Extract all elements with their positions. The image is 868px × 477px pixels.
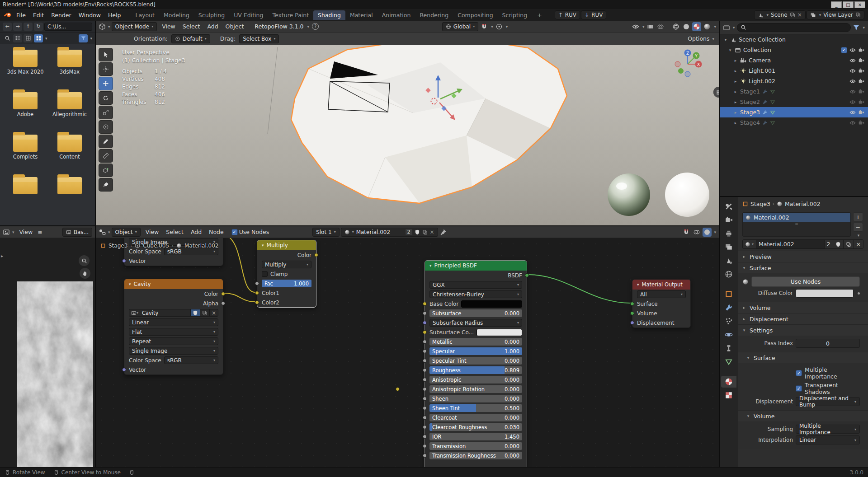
value-slider[interactable]: Sheen Tint0.500: [429, 404, 522, 412]
scale-tool-button[interactable]: [99, 106, 113, 119]
properties-tab-modifiers[interactable]: [721, 302, 736, 313]
source-dropdown[interactable]: Single Image▾: [129, 347, 218, 355]
input-socket[interactable]: [423, 435, 427, 439]
value-slider[interactable]: Specular Tint0.000: [429, 357, 522, 365]
tab-compositing[interactable]: Compositing: [453, 10, 497, 20]
shader-menu-select[interactable]: Select: [162, 228, 187, 236]
proportional-edit-toggle[interactable]: [495, 22, 504, 31]
render-visibility-icon[interactable]: [858, 47, 864, 53]
editor-type-icon[interactable]: [3, 229, 10, 236]
principled-anisotropic-rotation[interactable]: Anisotropic Rotation0.000: [425, 384, 527, 394]
value-slider[interactable]: Roughness0.809: [429, 366, 522, 374]
properties-tab-physics[interactable]: [721, 329, 736, 341]
input-socket[interactable]: [423, 425, 427, 429]
viewport-menu-object[interactable]: Object: [222, 22, 248, 31]
pass-index-field[interactable]: 0: [796, 339, 860, 348]
projection-dropdown[interactable]: Flat▾: [129, 328, 218, 336]
render-visibility-icon[interactable]: [858, 89, 864, 95]
preview-shading-toggle[interactable]: [703, 228, 712, 237]
render-visibility-icon[interactable]: [858, 99, 864, 105]
forward-button[interactable]: →: [13, 23, 22, 31]
search-icon[interactable]: [3, 34, 12, 42]
input-socket[interactable]: [423, 302, 427, 306]
editor-type-icon[interactable]: [99, 23, 106, 30]
maximize-button[interactable]: □: [843, 1, 854, 8]
outliner-item-stage1[interactable]: ▸Stage1: [720, 86, 868, 97]
properties-tab-world[interactable]: [721, 268, 736, 280]
hide-icon[interactable]: [849, 57, 856, 64]
mode-selector[interactable]: Object Mode▾: [112, 22, 157, 31]
principled-clearcoat[interactable]: Clearcoat0.000: [425, 413, 527, 422]
overlays-toggle[interactable]: [656, 22, 665, 31]
properties-tab-object[interactable]: [721, 288, 736, 300]
vector-socket[interactable]: [122, 368, 126, 372]
hide-icon[interactable]: [849, 99, 856, 105]
principled-ior[interactable]: IOR1.450: [425, 432, 527, 441]
panel-volume-settings[interactable]: ▾Volume: [738, 410, 868, 421]
input-socket[interactable]: [423, 340, 427, 344]
diffuse-color-swatch[interactable]: [796, 289, 854, 298]
value-slider[interactable]: IOR1.450: [429, 433, 522, 440]
node-multiply-mix[interactable]: ▾Multiply Color Multiply▾ Clamp Fac1.000…: [257, 240, 316, 308]
properties-tab-constraints[interactable]: [721, 342, 736, 354]
principled-anisotropic[interactable]: Anisotropic0.000: [425, 375, 527, 384]
bsdf-output-socket[interactable]: [525, 273, 529, 277]
render-visibility-icon[interactable]: [858, 57, 864, 64]
color-output-socket[interactable]: [221, 292, 225, 296]
orientation-selector[interactable]: Default▾: [171, 34, 210, 43]
input-socket[interactable]: [423, 368, 427, 372]
outliner-item-light-002[interactable]: ▸Light.002: [720, 76, 868, 86]
input-socket[interactable]: [423, 359, 427, 363]
displacement-socket[interactable]: [630, 321, 634, 325]
shading-material-button[interactable]: [692, 22, 701, 31]
folder-item-content[interactable]: Content: [49, 135, 90, 173]
sampling-dropdown[interactable]: Multiple Importance▾: [796, 425, 860, 434]
panel-surface[interactable]: ▾Surface: [738, 262, 868, 273]
filter-icon[interactable]: [853, 24, 860, 31]
properties-tab-particles[interactable]: [721, 315, 736, 327]
panel-surface-settings[interactable]: ▾Surface: [738, 352, 868, 363]
transform-orientation-selector[interactable]: Global▾: [442, 22, 478, 31]
hide-icon[interactable]: [849, 78, 856, 84]
material-slot-list[interactable]: Material.002 ≡: [742, 212, 851, 237]
add-workspace-button[interactable]: +: [533, 10, 546, 20]
fac-slider[interactable]: Fac1.000: [262, 280, 311, 287]
display-thumbnails-button[interactable]: [34, 34, 43, 42]
outliner-collection[interactable]: ▾Collection: [720, 45, 868, 55]
shader-menu-add[interactable]: Add: [187, 228, 205, 236]
principled-subsurface[interactable]: Subsurface0.000: [425, 309, 527, 318]
principled-metallic[interactable]: Metallic0.000: [425, 337, 527, 346]
principled-subsurface-co[interactable]: Subsurface Co...: [425, 327, 527, 337]
unlink-scene-icon[interactable]: ×: [797, 12, 802, 18]
value-slider[interactable]: Specular1.000: [429, 347, 522, 355]
principled-specular[interactable]: Specular1.000: [425, 346, 527, 356]
rotate-tool-button[interactable]: [99, 91, 113, 105]
properties-tab-view-layer[interactable]: [721, 241, 736, 253]
fake-user-icon[interactable]: [415, 229, 420, 235]
render-visibility-icon[interactable]: [858, 68, 864, 74]
principled-clearcoat-roughness[interactable]: Clearcoat Roughness0.030: [425, 422, 527, 432]
multiple-importance-checkbox[interactable]: [796, 370, 802, 376]
properties-tab-render[interactable]: [721, 214, 736, 226]
refresh-button[interactable]: ↻: [34, 23, 43, 31]
slot-specials-icon[interactable]: ▾: [858, 233, 860, 238]
properties-tab-scene[interactable]: [721, 255, 736, 267]
up-button[interactable]: ↑: [24, 23, 33, 31]
interpolation-dropdown[interactable]: Linear▾: [796, 435, 860, 444]
unlink-icon[interactable]: ×: [430, 229, 434, 235]
value-slider[interactable]: Transmission Roughness0.000: [429, 452, 522, 459]
principled-sheen-tint[interactable]: Sheen Tint0.500: [425, 403, 527, 413]
shader-menu-node[interactable]: Node: [205, 228, 227, 236]
render-visibility-icon[interactable]: [858, 109, 864, 116]
colorspace-dropdown[interactable]: sRGB▾: [164, 356, 218, 364]
folder-item-adobe[interactable]: Adobe: [5, 92, 46, 130]
users-count[interactable]: 2: [825, 240, 833, 248]
view-layer-selector[interactable]: ▾View Layer: [807, 10, 864, 19]
unlink-button[interactable]: ×: [209, 309, 218, 316]
use-nodes-button[interactable]: Use Nodes: [751, 276, 860, 287]
3d-canvas[interactable]: User Perspective (1) Collection | Stage3…: [96, 45, 719, 225]
tab-texture-paint[interactable]: Texture Paint: [268, 10, 313, 20]
panel-preview[interactable]: ▸Preview: [738, 251, 868, 262]
outliner-item-camera[interactable]: ▸Camera: [720, 55, 868, 65]
alpha-output-socket[interactable]: [221, 301, 225, 305]
